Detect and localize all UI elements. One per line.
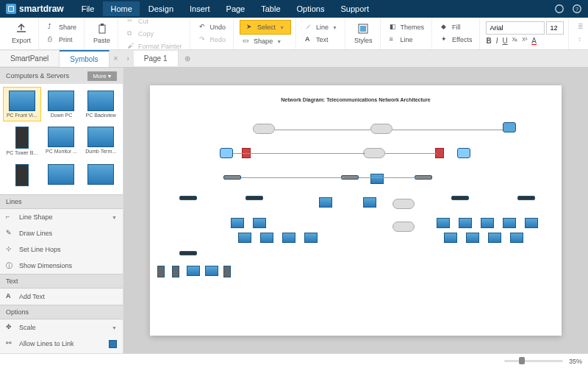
node-pc[interactable]: [503, 218, 516, 228]
underline-button[interactable]: U: [502, 37, 507, 45]
node-pc[interactable]: [370, 174, 384, 184]
line-hops-tool[interactable]: ⊹Set Line Hops: [0, 241, 123, 258]
node-pc[interactable]: [260, 233, 273, 243]
tab-add-page[interactable]: ⊕: [179, 54, 196, 63]
more-symbols-button[interactable]: More ▾: [87, 71, 117, 81]
node-switch[interactable]: [245, 196, 263, 200]
bullet-button[interactable]: ≣Bullet: [575, 21, 588, 33]
line-style-button[interactable]: ≡Line: [387, 34, 416, 46]
paste-button[interactable]: Paste: [90, 21, 113, 46]
node-pc[interactable]: [319, 197, 332, 208]
node-pc[interactable]: [481, 218, 494, 228]
node-switch[interactable]: [451, 196, 469, 200]
node-pc[interactable]: [459, 218, 472, 228]
tab-smartpanel[interactable]: SmartPanel: [0, 51, 60, 66]
node-pc[interactable]: [304, 233, 318, 243]
tab-nav-right[interactable]: ›: [122, 54, 133, 63]
node-pc[interactable]: [187, 266, 200, 276]
node-server[interactable]: [157, 266, 165, 277]
node-router[interactable]: [503, 122, 516, 132]
menu-design[interactable]: Design: [141, 1, 181, 16]
italic-button[interactable]: I: [496, 37, 498, 45]
node-switch[interactable]: [517, 196, 535, 200]
effects-button[interactable]: ✦Effects: [438, 34, 475, 46]
notifications-icon[interactable]: [554, 4, 564, 14]
node-pc[interactable]: [525, 218, 538, 228]
diagram-page[interactable]: Network Diagram: Telecommunications Netw…: [150, 85, 562, 336]
scale-tool[interactable]: ✥Scale▼: [0, 319, 123, 336]
select-tool[interactable]: ➤Select▼: [240, 20, 291, 35]
node-switch[interactable]: [220, 148, 233, 158]
symbol-dumb-terminal[interactable]: Dumb Term...: [82, 123, 120, 159]
menu-table[interactable]: Table: [254, 1, 287, 16]
export-button[interactable]: Export: [9, 21, 34, 46]
menu-page[interactable]: Page: [219, 1, 253, 16]
node-switch[interactable]: [179, 196, 197, 200]
tab-symbols-close[interactable]: ×: [110, 54, 123, 63]
copy-button[interactable]: ⧉Copy: [124, 28, 157, 40]
share-button[interactable]: ⤴Share: [45, 21, 79, 33]
superscript-button[interactable]: X²: [522, 37, 527, 45]
menu-home[interactable]: Home: [103, 1, 139, 16]
menu-options[interactable]: Options: [290, 1, 332, 16]
font-size-input[interactable]: [546, 21, 564, 35]
print-button[interactable]: ⎙Print: [45, 34, 76, 46]
undo-button[interactable]: ↶Undo: [196, 21, 229, 33]
shape-tool[interactable]: ▭Shape▼: [240, 35, 284, 47]
node-server[interactable]: [172, 266, 179, 277]
canvas-area[interactable]: Network Diagram: Telecommunications Netw…: [123, 68, 588, 353]
node-pc[interactable]: [466, 233, 479, 243]
node-pc[interactable]: [437, 218, 450, 228]
node-hub[interactable]: [223, 175, 241, 180]
node-server[interactable]: [223, 266, 231, 277]
fill-button[interactable]: ◆Fill: [438, 21, 464, 33]
font-color-button[interactable]: A: [531, 37, 537, 45]
node-switch[interactable]: [179, 251, 197, 255]
symbol-pc-monitor[interactable]: PC Monitor ...: [43, 123, 81, 159]
menu-support[interactable]: Support: [333, 1, 376, 16]
add-text-tool[interactable]: AAdd Text: [0, 289, 123, 305]
node-switch[interactable]: [457, 148, 470, 158]
tab-symbols[interactable]: Symbols: [60, 50, 109, 67]
node-pc[interactable]: [488, 233, 501, 243]
line-shape-tool[interactable]: ⌐Line Shape▼: [0, 209, 123, 225]
node-cloud[interactable]: [363, 148, 385, 158]
bold-button[interactable]: B: [486, 37, 491, 45]
draw-lines-tool[interactable]: ✎Draw Lines: [0, 225, 123, 241]
symbol-pc-tower[interactable]: PC Tower B...: [3, 123, 41, 159]
symbol-extra-2[interactable]: [43, 160, 81, 191]
node-pc[interactable]: [510, 233, 523, 243]
node-pc[interactable]: [205, 266, 218, 276]
symbol-pc-front[interactable]: PC Front Vi...: [3, 87, 41, 121]
tab-page1[interactable]: Page 1: [134, 51, 179, 66]
node-cloud[interactable]: [392, 199, 415, 209]
line-tool[interactable]: ⟋Line▼: [302, 21, 340, 33]
subscript-button[interactable]: X₂: [512, 37, 518, 45]
show-dimensions-tool[interactable]: ⓘShow Dimensions: [0, 258, 123, 274]
themes-button[interactable]: ◧Themes: [387, 21, 428, 33]
node-cloud[interactable]: [370, 124, 392, 134]
node-cloud[interactable]: [253, 124, 275, 134]
help-icon[interactable]: ?: [572, 4, 582, 14]
font-name-input[interactable]: [486, 21, 545, 35]
cut-button[interactable]: ✂Cut: [124, 15, 151, 27]
symbol-pc-backview[interactable]: PC Backview: [82, 87, 120, 121]
node-cloud[interactable]: [392, 222, 415, 232]
symbol-down-pc[interactable]: Down PC: [43, 87, 81, 121]
node-pc[interactable]: [282, 233, 295, 243]
redo-button[interactable]: ↷Redo: [196, 34, 229, 46]
node-pc[interactable]: [444, 233, 457, 243]
menu-insert[interactable]: Insert: [182, 1, 218, 16]
symbol-extra-3[interactable]: [82, 160, 120, 191]
node-pc[interactable]: [253, 218, 266, 228]
zoom-slider[interactable]: [504, 360, 563, 362]
allow-lines-link-tool[interactable]: ⚯Allow Lines to Link: [0, 336, 123, 352]
allow-lines-checkbox[interactable]: [109, 340, 117, 348]
node-pc[interactable]: [363, 197, 376, 208]
zoom-thumb[interactable]: [519, 357, 525, 364]
menu-file[interactable]: File: [74, 1, 102, 16]
node-pc[interactable]: [231, 218, 244, 228]
spacing-button[interactable]: ↕Spacing: [575, 34, 588, 46]
styles-button[interactable]: Styles: [351, 21, 376, 46]
text-tool[interactable]: AText: [302, 34, 331, 46]
